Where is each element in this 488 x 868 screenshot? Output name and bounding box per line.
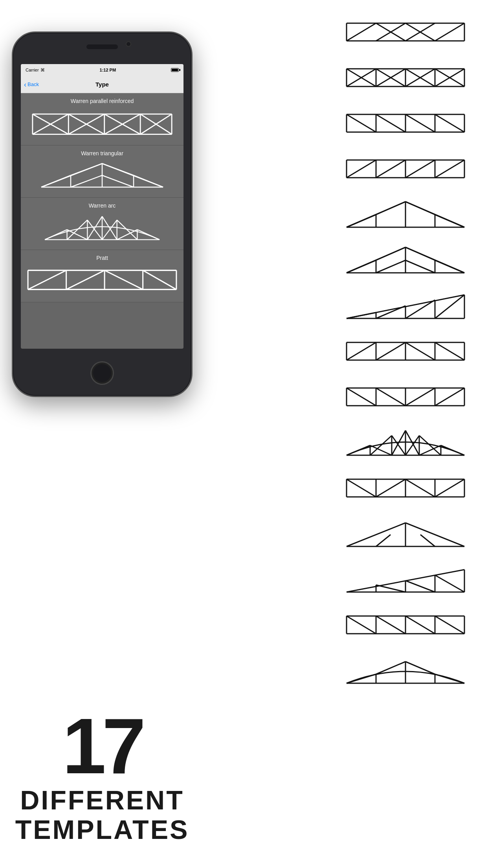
svg-line-143 <box>435 342 464 360</box>
svg-line-110 <box>435 215 464 227</box>
list-item-pratt[interactable]: Pratt <box>21 250 183 302</box>
svg-line-99 <box>405 160 435 178</box>
svg-line-87 <box>376 114 405 132</box>
svg-line-206 <box>405 616 435 634</box>
svg-line-212 <box>347 674 376 683</box>
svg-line-21 <box>41 175 71 187</box>
svg-line-141 <box>376 342 405 360</box>
right-truss-10 <box>335 422 476 465</box>
right-truss-8 <box>335 331 476 373</box>
truss-warren-parallel-reinforced <box>26 107 179 139</box>
svg-line-97 <box>347 160 376 178</box>
svg-line-98 <box>376 160 405 178</box>
svg-line-63 <box>435 23 464 41</box>
svg-line-207 <box>435 616 464 634</box>
phone-camera <box>126 41 131 47</box>
svg-line-151 <box>347 388 376 406</box>
navigation-bar: ‹ Back Type <box>21 76 183 93</box>
svg-line-179 <box>376 479 405 497</box>
svg-line-88 <box>405 114 435 132</box>
svg-line-180 <box>405 479 435 497</box>
svg-line-181 <box>435 479 464 497</box>
svg-line-154 <box>435 388 464 406</box>
svg-line-50 <box>28 270 66 290</box>
home-button[interactable] <box>90 361 114 385</box>
svg-line-35 <box>67 230 88 239</box>
item-label-4: Pratt <box>26 255 179 261</box>
svg-line-178 <box>347 479 376 497</box>
list-item-warren-arc[interactable]: Warren arc <box>21 198 183 250</box>
wifi-icon: ⌘ <box>40 68 45 73</box>
status-bar: Carrier ⌘ 1:12 PM <box>21 64 183 76</box>
back-arrow-icon: ‹ <box>24 81 26 88</box>
svg-line-170 <box>441 445 464 455</box>
right-truss-4 <box>335 149 476 191</box>
svg-line-142 <box>405 342 435 360</box>
svg-line-117 <box>347 260 376 273</box>
right-truss-14 <box>335 605 476 647</box>
right-truss-11 <box>335 468 476 510</box>
svg-line-120 <box>405 260 435 273</box>
svg-line-86 <box>347 114 376 132</box>
svg-line-204 <box>347 616 376 634</box>
svg-line-108 <box>376 202 405 215</box>
svg-line-183 <box>347 523 405 546</box>
svg-line-58 <box>347 23 376 41</box>
truss-pratt <box>26 264 179 296</box>
different-label: DIFFERENT <box>12 785 193 815</box>
svg-line-168 <box>419 445 441 455</box>
right-truss-5 <box>335 194 476 237</box>
svg-line-100 <box>435 160 464 178</box>
svg-line-107 <box>347 215 376 227</box>
svg-line-24 <box>102 175 134 187</box>
battery-icon <box>171 68 179 72</box>
page-title: Type <box>95 81 109 88</box>
svg-line-129 <box>347 313 376 318</box>
svg-line-184 <box>405 523 464 546</box>
right-truss-15 <box>335 650 476 693</box>
right-truss-13 <box>335 559 476 601</box>
svg-line-33 <box>45 230 67 239</box>
svg-line-26 <box>134 175 163 187</box>
svg-line-89 <box>435 114 464 132</box>
svg-line-187 <box>420 535 435 546</box>
svg-line-140 <box>347 342 376 360</box>
time-display: 1:12 PM <box>100 68 116 72</box>
right-truss-panel <box>335 12 476 693</box>
right-truss-12 <box>335 513 476 556</box>
right-truss-7 <box>335 285 476 328</box>
item-label-2: Warren triangular <box>26 150 179 156</box>
svg-line-52 <box>105 270 143 290</box>
svg-line-41 <box>117 220 138 240</box>
svg-line-22 <box>71 164 102 175</box>
svg-line-25 <box>102 164 134 175</box>
svg-line-196 <box>435 575 464 592</box>
item-label-3: Warren arc <box>26 202 179 209</box>
svg-line-119 <box>376 260 405 273</box>
svg-line-152 <box>376 388 405 406</box>
list-item-warren-parallel-reinforced[interactable]: Warren parallel reinforced <box>21 93 183 145</box>
svg-line-51 <box>66 270 105 290</box>
right-truss-9 <box>335 377 476 419</box>
svg-line-195 <box>405 581 435 592</box>
phone-mockup: Carrier ⌘ 1:12 PM ‹ Back Type <box>12 31 193 397</box>
templates-label: TEMPLATES <box>12 815 193 844</box>
svg-line-131 <box>405 300 435 318</box>
svg-line-23 <box>71 175 102 187</box>
svg-line-109 <box>405 202 435 215</box>
right-truss-1 <box>335 12 476 54</box>
right-truss-2 <box>335 57 476 100</box>
phone-speaker <box>86 44 118 49</box>
svg-line-34 <box>67 220 88 240</box>
back-label: Back <box>28 81 39 87</box>
svg-line-121 <box>405 247 435 260</box>
phone-screen: Carrier ⌘ 1:12 PM ‹ Back Type <box>21 64 183 349</box>
item-label-1: Warren parallel reinforced <box>26 98 179 104</box>
svg-line-205 <box>376 616 405 634</box>
back-button[interactable]: ‹ Back <box>24 81 39 88</box>
svg-line-161 <box>347 445 370 455</box>
list-item-warren-triangular[interactable]: Warren triangular <box>21 145 183 198</box>
truss-warren-triangular <box>26 160 179 191</box>
svg-line-122 <box>435 260 464 273</box>
count-number: 17 <box>12 707 193 785</box>
